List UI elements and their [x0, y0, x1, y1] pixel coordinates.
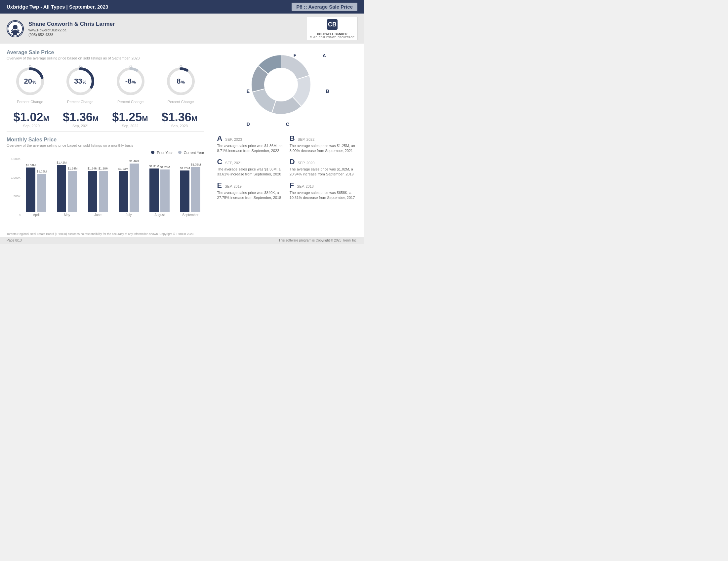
- top-header: Uxbridge Twp - All Types | September, 20…: [0, 0, 364, 14]
- stat-item-e: E SEP, 2019 The average sales price was …: [217, 181, 286, 201]
- stat-header: F SEP, 2018: [290, 181, 358, 190]
- agent-info-left: Shane Coxworth & Chris Larmer www.Powero…: [7, 20, 115, 37]
- stat-letter: C: [217, 158, 222, 166]
- bar-prior-label: $1.24M: [88, 167, 98, 170]
- pie-label-B: B: [326, 89, 329, 94]
- price-item: $1.02M Sep, 2020: [13, 111, 49, 128]
- bar-group-august: $1.31M $1.28M August: [146, 165, 173, 217]
- price-item: $1.25M Sep, 2022: [112, 111, 148, 128]
- chart-legend: Prior Year Current Year: [7, 151, 204, 155]
- bar-current: [191, 167, 200, 212]
- bar-current: [160, 170, 170, 212]
- left-panel: Average Sale Price Overview of the avera…: [0, 44, 211, 230]
- stat-period: SEP, 2022: [298, 138, 314, 141]
- agent-details: Shane Coxworth & Chris Larmer www.Powero…: [28, 21, 115, 37]
- bar-prior: [26, 168, 35, 212]
- stat-item-f: F SEP, 2018 The average sales price was …: [290, 181, 358, 201]
- stats-grid: A SEP, 2023 The average sales price was …: [217, 134, 358, 200]
- bar-month: April: [33, 213, 40, 217]
- stat-header: A SEP, 2023: [217, 134, 286, 143]
- bar-month: May: [64, 213, 70, 217]
- bar-month: July: [126, 213, 132, 217]
- bars: $1.23M $1.46M: [118, 160, 139, 212]
- bar-prior-label: $1.31M: [149, 165, 159, 168]
- gauge-circle: ⌂ 20%: [14, 65, 47, 98]
- agent-name: Shane Coxworth & Chris Larmer: [28, 21, 115, 27]
- gauges-row: ⌂ 20% Percent Change ⌂ 33% Percent Chang…: [7, 65, 204, 104]
- stat-period: SEP, 2019: [225, 184, 242, 188]
- pie-chart: [245, 48, 317, 121]
- price-item: $1.36M Sep, 2021: [63, 111, 99, 128]
- stat-letter: E: [217, 181, 222, 189]
- stat-letter: F: [290, 181, 294, 189]
- stat-header: D SEP, 2020: [290, 158, 358, 166]
- bar-group-june: $1.24M $1.38M June: [84, 167, 112, 217]
- gauge-label: Percent Change: [109, 100, 152, 104]
- pie-chart-wrapper: F A B C D E: [245, 48, 331, 134]
- bar-group-may: $1.42M $1.24M May: [53, 161, 81, 217]
- stat-desc: The average sales price was $840K, a 27.…: [217, 190, 286, 201]
- price-amount: $1.36M: [63, 111, 99, 123]
- bars: $1.24M $1.38M: [88, 167, 108, 212]
- pie-label-F: F: [294, 53, 297, 58]
- pie-segment-D: [252, 89, 276, 113]
- bar-prior-label: $1.42M: [57, 161, 66, 164]
- gauge-item-g3: ⌂ -8% Percent Change: [109, 65, 152, 104]
- legend-prior-item: Prior Year: [151, 151, 173, 155]
- copyright: This software program is Copyright © 202…: [278, 239, 357, 242]
- bar-group-september: $1.25M $1.36M September: [177, 163, 204, 217]
- price-date: Sep, 2021: [63, 124, 99, 128]
- svg-rect-2: [13, 32, 17, 35]
- stat-period: SEP, 2023: [225, 138, 242, 141]
- price-row: $1.02M Sep, 2020 $1.36M Sep, 2021 $1.25M…: [7, 108, 204, 132]
- bar-prior: [180, 171, 189, 212]
- header-right-label: P8 :: Average Sale Price: [292, 3, 357, 11]
- svg-text:⌂: ⌂: [79, 65, 82, 68]
- price-amount: $1.36M: [162, 111, 197, 123]
- svg-text:CB: CB: [328, 21, 337, 28]
- bar-current: [130, 164, 139, 212]
- gauge-circle: ⌂ -8%: [114, 65, 147, 98]
- stat-letter: A: [217, 134, 222, 142]
- header-title: Uxbridge Twp - All Types | September, 20…: [7, 4, 108, 10]
- bar-prior: [149, 169, 159, 212]
- pie-label-A: A: [323, 53, 326, 58]
- gauge-label: Percent Change: [9, 100, 52, 104]
- gauge-item-g1: ⌂ 20% Percent Change: [9, 65, 52, 104]
- gauge-value: -8%: [125, 77, 136, 86]
- bars: $1.31M $1.28M: [149, 165, 170, 212]
- brokerage-logo: CB COLDWELL BANKER R.M.B. REAL ESTATE, B…: [307, 17, 357, 40]
- svg-text:⌂: ⌂: [179, 65, 182, 68]
- gauge-label: Percent Change: [159, 100, 202, 104]
- gauge-value: 20%: [24, 77, 36, 86]
- stat-header: E SEP, 2019: [217, 181, 286, 190]
- bar-chart-area: $1.34M $1.15M April $1.42M $1.24M May $1…: [22, 157, 204, 217]
- bar-prior: [88, 171, 97, 212]
- main-content: Average Sale Price Overview of the avera…: [0, 44, 364, 230]
- bars: $1.34M $1.15M: [26, 164, 47, 212]
- price-amount: $1.25M: [112, 111, 148, 123]
- bar-current-label: $1.38M: [99, 167, 108, 170]
- monthly-subtitle: Overview of the average selling price ba…: [7, 143, 204, 147]
- bars: $1.42M $1.24M: [57, 161, 77, 212]
- price-date: Sep, 2020: [13, 124, 49, 128]
- gauge-item-g2: ⌂ 33% Percent Change: [59, 65, 102, 104]
- bar-prior-label: $1.23M: [118, 167, 128, 171]
- y-axis: 0 500K 1,000K 1,500K: [7, 157, 20, 217]
- stat-period: SEP, 2021: [225, 161, 242, 165]
- pie-segment-A: [281, 55, 309, 80]
- bar-current: [37, 174, 46, 212]
- right-panel: F A B C D E A SEP, 2023 The average sale…: [211, 44, 364, 230]
- agent-phone: (905) 852-4338: [28, 33, 115, 37]
- bar-group-july: $1.23M $1.46M July: [115, 160, 142, 217]
- brokerage-sub: R.M.B. REAL ESTATE, BROKERAGE: [310, 36, 354, 39]
- legend-current-dot: [178, 151, 182, 154]
- price-date: Sep, 2023: [162, 124, 197, 128]
- bar-current-label: $1.46M: [129, 160, 139, 163]
- bar-month: September: [182, 213, 199, 217]
- svg-text:⌂: ⌂: [29, 65, 31, 68]
- bar-current: [99, 171, 108, 212]
- legend-current-label: Current Year: [184, 151, 204, 155]
- gauge-circle: ⌂ 33%: [64, 65, 97, 98]
- gauge-label: Percent Change: [59, 100, 102, 104]
